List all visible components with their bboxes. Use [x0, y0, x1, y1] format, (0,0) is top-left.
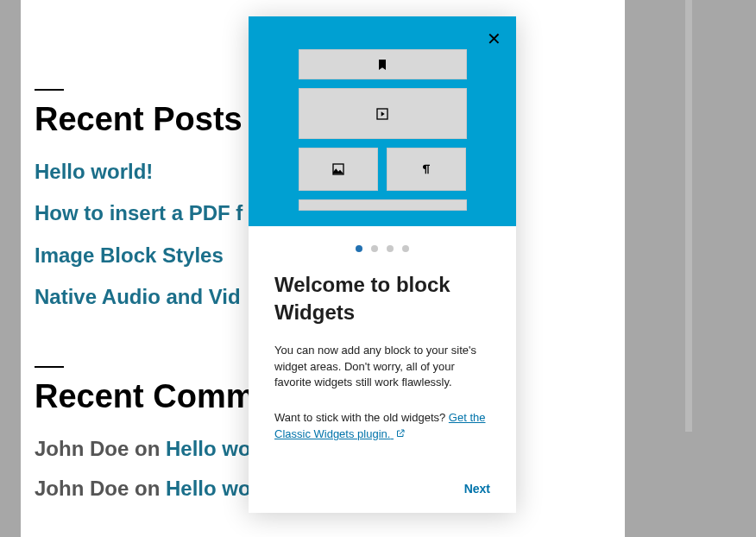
- modal-header-illustration: ✕: [249, 16, 516, 226]
- close-icon[interactable]: ✕: [483, 28, 504, 49]
- modal-footer: Next: [249, 482, 516, 513]
- comment-author: John Doe: [35, 477, 129, 500]
- pilcrow-icon: [419, 162, 433, 176]
- pagination-dot[interactable]: [371, 245, 378, 252]
- scrollbar[interactable]: [685, 0, 692, 432]
- modal-body: Welcome to block Widgets You can now add…: [249, 264, 516, 482]
- pagination-dot[interactable]: [356, 245, 362, 252]
- play-icon: [375, 107, 389, 121]
- comment-post-link[interactable]: Hello wo: [166, 437, 251, 460]
- illustration-cutoff-block: [299, 199, 467, 211]
- modal-paragraph: You can now add any block to your site's…: [274, 343, 490, 392]
- modal-text-prefix: Want to stick with the old widgets?: [274, 411, 449, 424]
- external-link-icon: [395, 428, 406, 439]
- bookmark-icon: [375, 58, 389, 72]
- illustration-image-block: [299, 148, 378, 191]
- comment-on-text: on: [135, 437, 160, 460]
- comment-on-text: on: [135, 477, 160, 500]
- image-icon: [331, 162, 345, 176]
- comment-author: John Doe: [35, 437, 129, 460]
- section-divider: [35, 89, 64, 91]
- comment-post-link[interactable]: Hello wo: [166, 477, 251, 500]
- pagination-dot[interactable]: [402, 245, 409, 252]
- next-button[interactable]: Next: [464, 482, 490, 496]
- pagination-dot[interactable]: [387, 245, 394, 252]
- pagination-dots: [249, 226, 516, 264]
- illustration-video-block: [299, 88, 467, 139]
- section-divider: [35, 366, 64, 368]
- modal-title: Welcome to block Widgets: [274, 271, 490, 327]
- illustration-paragraph-block: [387, 148, 466, 191]
- illustration-bookmark-block: [299, 49, 467, 79]
- illustration-blocks: [299, 32, 467, 211]
- modal-paragraph: Want to stick with the old widgets? Get …: [274, 410, 490, 443]
- welcome-modal: ✕ Welcome to block Widgets: [249, 16, 516, 513]
